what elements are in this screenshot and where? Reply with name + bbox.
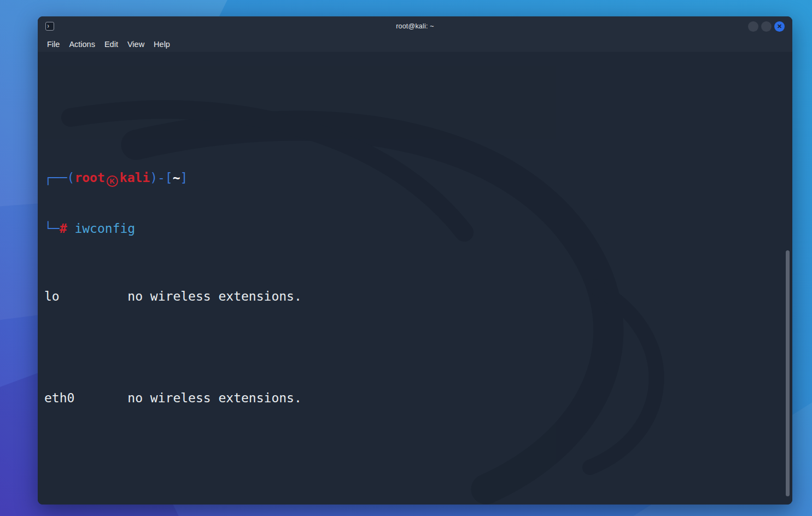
terminal-output[interactable]: ┌──(rootKkali)-[~] └─# iwconfig lo no wi… [38,52,792,505]
menu-help[interactable]: Help [154,40,170,49]
kali-dragon-watermark [38,52,792,505]
menu-edit[interactable]: Edit [104,40,118,49]
prompt-close: ] [180,171,188,185]
close-button[interactable]: ✕ [774,21,785,32]
menubar: File Actions Edit View Help [38,36,792,52]
window-controls: ✕ [748,21,785,32]
desktop: { "colors": { "wall-top": "#2f9bd8", "wa… [0,0,812,516]
terminal-icon: ❯ [45,22,54,31]
menu-actions[interactable]: Actions [69,40,95,49]
prompt-open: ┌──( [44,171,74,185]
terminal-window: ❯ root@kali: ~ ✕ File Actions Edit View … [38,16,792,505]
command-text: iwconfig [67,221,136,236]
prompt-mid: )-[ [150,171,173,185]
scrollbar[interactable] [786,250,790,496]
output-eth0: eth0 no wireless extensions. [44,390,792,407]
prompt-dir: ~ [173,171,180,185]
window-title: root@kali: ~ [38,22,792,30]
output-lo: lo no wireless extensions. [44,288,792,305]
prompt-host: kali [120,171,150,185]
maximize-button[interactable] [761,21,772,32]
menu-file[interactable]: File [47,40,60,49]
titlebar[interactable]: ❯ root@kali: ~ ✕ [38,16,792,36]
prompt-cont: └─ [44,221,60,236]
kali-circled-k-icon: K [107,175,118,187]
prompt-user: root [74,171,104,185]
menu-view[interactable]: View [127,40,144,49]
minimize-button[interactable] [748,21,758,32]
prompt-line-1: ┌──(rootKkali)-[~] [44,169,792,186]
command-line: └─# iwconfig [44,220,792,237]
prompt-hash: # [60,221,67,236]
